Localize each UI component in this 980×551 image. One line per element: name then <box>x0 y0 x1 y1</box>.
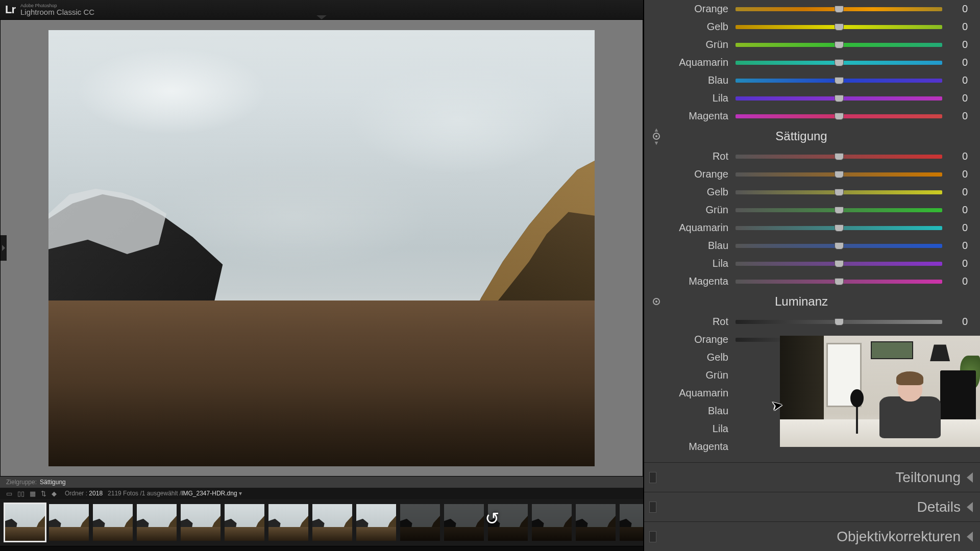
slider-grün: Grün0 <box>644 201 975 219</box>
slider-thumb[interactable] <box>835 95 844 102</box>
slider-track[interactable] <box>736 25 942 29</box>
filmstrip[interactable]: ↺ <box>0 499 643 546</box>
slider-label: Magenta <box>649 110 728 122</box>
slider-track[interactable] <box>736 280 942 284</box>
slider-track[interactable] <box>736 96 942 101</box>
slider-track[interactable] <box>736 244 942 248</box>
slider-thumb[interactable] <box>835 242 844 249</box>
target-adjust-luminance-icon[interactable] <box>649 298 664 305</box>
saturation-title: Sättigung <box>664 129 975 143</box>
thumbnail[interactable] <box>488 504 528 541</box>
brand-main: Lightroom Classic CC <box>20 8 94 16</box>
slider-track[interactable] <box>736 43 942 47</box>
slider-value[interactable]: 0 <box>949 74 975 86</box>
collapse-icon[interactable] <box>967 532 973 542</box>
thumbnail[interactable] <box>444 504 484 541</box>
thumbnail[interactable] <box>400 504 440 541</box>
thumbnail[interactable] <box>225 504 264 541</box>
thumbnail[interactable] <box>620 504 643 541</box>
slider-value[interactable]: 0 <box>949 151 975 162</box>
slider-thumb[interactable] <box>835 6 844 13</box>
thumbnail[interactable] <box>93 504 133 541</box>
slider-track[interactable] <box>736 208 942 212</box>
slider-value[interactable]: 0 <box>949 186 975 198</box>
slider-value[interactable]: 0 <box>949 92 975 104</box>
preview-area[interactable] <box>0 19 643 477</box>
slider-thumb[interactable] <box>835 113 844 120</box>
slider-value[interactable]: 0 <box>949 57 975 68</box>
slider-thumb[interactable] <box>835 41 844 48</box>
thumbnail[interactable] <box>137 504 177 541</box>
slider-value[interactable]: 0 <box>949 168 975 180</box>
slider-thumb[interactable] <box>835 189 844 196</box>
slider-value[interactable]: 0 <box>949 222 975 234</box>
thumbnail[interactable] <box>49 504 89 541</box>
slider-track[interactable] <box>736 262 942 266</box>
expand-top-icon[interactable] <box>316 15 327 19</box>
slider-track[interactable] <box>736 172 942 177</box>
slider-value[interactable]: 0 <box>949 240 975 252</box>
thumbnail[interactable] <box>312 504 352 541</box>
view-single-icon[interactable]: ▭ <box>6 490 12 497</box>
panel-title: Teiltonung <box>663 469 961 486</box>
section-saturation: ▲▼ Sättigung <box>644 125 975 147</box>
slider-label: Lila <box>649 258 728 269</box>
collapse-icon[interactable] <box>967 502 973 512</box>
view-zoom-icon[interactable]: ◆ <box>52 490 57 497</box>
thumbnail[interactable] <box>356 504 396 541</box>
panel-switch[interactable] <box>649 531 656 542</box>
slider-track[interactable] <box>736 61 942 65</box>
filmstrip-scrollbar[interactable] <box>0 546 643 551</box>
slider-value[interactable]: 0 <box>949 316 975 328</box>
thumbnail[interactable] <box>181 504 220 541</box>
slider-thumb[interactable] <box>835 171 844 178</box>
main-photo[interactable] <box>48 30 595 466</box>
thumbnail[interactable] <box>268 504 308 541</box>
slider-track[interactable] <box>736 190 942 194</box>
folder-name[interactable]: 2018 <box>89 490 103 497</box>
slider-track[interactable] <box>736 7 942 11</box>
slider-track[interactable] <box>736 79 942 83</box>
thumbnail[interactable] <box>5 504 45 541</box>
slider-value[interactable]: 0 <box>949 39 975 51</box>
slider-value[interactable]: 0 <box>949 21 975 33</box>
collapse-icon[interactable] <box>967 472 973 483</box>
slider-value[interactable]: 0 <box>949 3 975 15</box>
folder-label: Ordner : <box>65 490 87 497</box>
slider-thumb[interactable] <box>835 318 844 325</box>
slider-value[interactable]: 0 <box>949 276 975 287</box>
slider-thumb[interactable] <box>835 153 844 160</box>
slider-blau: Blau0 <box>644 237 975 255</box>
thumbnail[interactable] <box>532 504 572 541</box>
info-bar: ▭ ▯▯ ▦ ⇅ ◆ Ordner : 2018 2119 Fotos /1 a… <box>0 488 643 499</box>
slider-rot: Rot0 <box>644 147 975 165</box>
slider-thumb[interactable] <box>835 278 844 285</box>
slider-track[interactable] <box>736 320 942 324</box>
panel-switch[interactable] <box>649 472 656 483</box>
panel-switch[interactable] <box>649 502 656 513</box>
view-compare-icon[interactable]: ▯▯ <box>17 490 24 497</box>
slider-thumb[interactable] <box>835 260 844 267</box>
slider-track[interactable] <box>736 226 942 230</box>
panel-objektivkorrekturen[interactable]: Objektivkorrekturen <box>644 521 980 551</box>
view-grid-icon[interactable]: ▦ <box>30 490 36 497</box>
slider-track[interactable] <box>736 114 942 118</box>
view-sort-icon[interactable]: ⇅ <box>41 490 46 497</box>
target-adjust-saturation-icon[interactable]: ▲▼ <box>649 127 664 146</box>
status-label: Zielgruppe: <box>6 479 37 486</box>
slider-thumb[interactable] <box>835 224 844 232</box>
panel-teiltonung[interactable]: Teiltonung <box>644 462 980 492</box>
expand-left-icon[interactable] <box>1 235 7 261</box>
slider-value[interactable]: 0 <box>949 110 975 122</box>
thumbnail[interactable] <box>576 504 616 541</box>
slider-thumb[interactable] <box>835 77 844 84</box>
slider-value[interactable]: 0 <box>949 204 975 216</box>
slider-value[interactable]: 0 <box>949 258 975 269</box>
slider-thumb[interactable] <box>835 59 844 66</box>
panel-details[interactable]: Details <box>644 492 980 521</box>
slider-thumb[interactable] <box>835 207 844 214</box>
slider-track[interactable] <box>736 155 942 159</box>
filename[interactable]: IMG_2347-HDR.dng <box>181 490 237 497</box>
titlebar: Lr Adobe Photoshop Lightroom Classic CC <box>0 0 643 19</box>
slider-thumb[interactable] <box>835 23 844 31</box>
